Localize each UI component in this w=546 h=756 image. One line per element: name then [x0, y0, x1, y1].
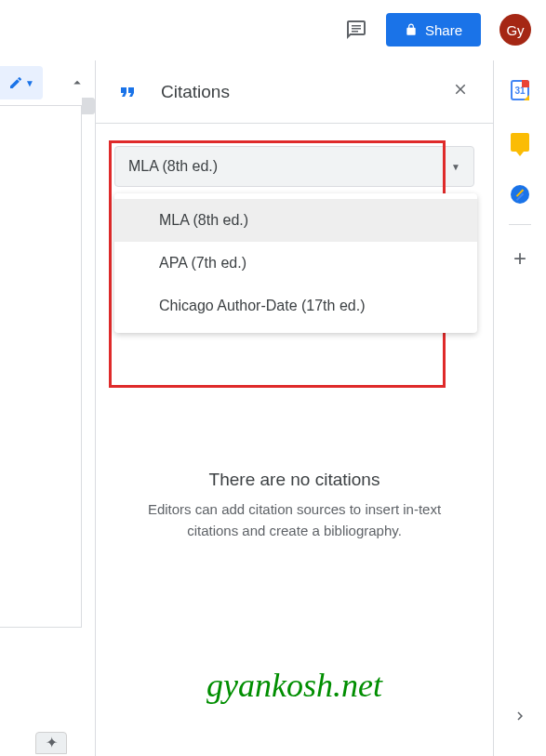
user-avatar[interactable]: Gy [499, 14, 531, 46]
empty-title: There are no citations [122, 470, 467, 490]
share-button[interactable]: Share [386, 13, 481, 46]
comment-history-icon[interactable] [345, 19, 367, 41]
star-icon: ✦ [46, 734, 58, 751]
empty-state: There are no citations Editors can add c… [96, 470, 493, 541]
keep-app-icon[interactable] [511, 133, 529, 152]
editing-mode-button[interactable]: ▼ [0, 66, 43, 99]
quote-icon [114, 79, 140, 105]
citation-format-dropdown[interactable]: MLA (8th ed.) ▼ MLA (8th ed.) APA (7th e… [114, 146, 474, 187]
calendar-app-icon[interactable]: 31 [511, 81, 529, 99]
side-rail: 31 + [494, 60, 546, 756]
add-addon-button[interactable]: + [513, 245, 526, 272]
document-page[interactable] [0, 105, 82, 628]
dropdown-option-apa[interactable]: APA (7th ed.) [114, 242, 477, 285]
dropdown-selected[interactable]: MLA (8th ed.) ▼ [114, 146, 474, 187]
ruler-tab[interactable] [82, 98, 95, 114]
citations-panel: Citations MLA (8th ed.) ▼ MLA (8th ed.) … [95, 60, 494, 756]
rail-divider [509, 224, 531, 225]
pencil-icon [8, 75, 23, 90]
close-panel-button[interactable] [446, 75, 474, 108]
share-label: Share [425, 22, 462, 38]
dropdown-option-mla[interactable]: MLA (8th ed.) [114, 199, 477, 242]
dropdown-option-chicago[interactable]: Chicago Author-Date (17th ed.) [114, 285, 477, 327]
caret-down-icon: ▼ [451, 162, 460, 172]
empty-description: Editors can add citation sources to inse… [122, 499, 467, 541]
dropdown-menu: MLA (8th ed.) APA (7th ed.) Chicago Auth… [114, 193, 477, 333]
watermark-text: gyankosh.net [96, 666, 493, 705]
hide-rail-button[interactable] [512, 708, 528, 728]
panel-header: Citations [96, 60, 493, 124]
collapse-toolbar-button[interactable] [69, 74, 86, 91]
panel-title: Citations [161, 82, 230, 102]
app-topbar: Share Gy [0, 0, 546, 60]
tasks-app-icon[interactable] [511, 185, 529, 204]
chevron-up-icon [69, 74, 86, 91]
lock-icon [405, 23, 418, 36]
document-edge: ▼ ✦ [0, 60, 95, 756]
chevron-right-icon [512, 708, 528, 724]
explore-button[interactable]: ✦ [35, 732, 67, 754]
close-icon [452, 81, 469, 98]
caret-down-icon: ▼ [25, 78, 34, 88]
